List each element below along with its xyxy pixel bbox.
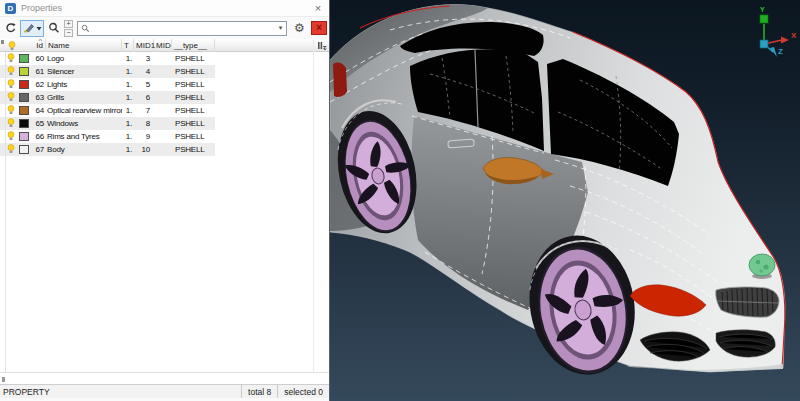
color-swatch[interactable]: [19, 106, 29, 115]
table-row[interactable]: 67Body1.10PSHELL: [0, 143, 215, 156]
cell-id: 67: [30, 145, 46, 154]
header-t[interactable]: T: [122, 39, 134, 52]
cell-id: 64: [30, 106, 46, 115]
scrollbar-nub[interactable]: [2, 377, 5, 382]
color-swatch[interactable]: [19, 54, 29, 63]
application-window: D Properties ×: [0, 0, 800, 401]
cell-mid1: 10: [134, 145, 154, 154]
cell-id: 61: [30, 67, 46, 76]
gear-icon: ⚙: [294, 21, 305, 35]
visibility-toggle[interactable]: [6, 53, 17, 65]
status-selected: selected 0: [277, 385, 329, 398]
visibility-toggle[interactable]: [6, 66, 17, 78]
header-mid[interactable]: MID: [154, 39, 172, 52]
cell-type: PSHELL: [172, 132, 215, 141]
color-cell[interactable]: [17, 119, 30, 128]
combo-chevron-icon[interactable]: ▾: [275, 22, 286, 35]
color-cell[interactable]: [17, 132, 30, 141]
bulb-icon: [7, 144, 15, 154]
titlebar[interactable]: D Properties ×: [0, 0, 329, 17]
color-cell[interactable]: [17, 106, 30, 115]
bulb-icon: [7, 131, 15, 141]
table-row[interactable]: 64Optical rearview mirror1.7PSHELL: [0, 104, 215, 117]
cell-mid1: 5: [134, 80, 154, 89]
color-cell[interactable]: [17, 145, 30, 154]
search-input[interactable]: [90, 23, 275, 34]
bulb-icon: [7, 92, 15, 102]
color-cell[interactable]: [17, 80, 30, 89]
color-swatch[interactable]: [19, 145, 29, 154]
header-id[interactable]: Id ^: [30, 39, 46, 52]
table-row[interactable]: 60Logo1.3PSHELL: [0, 52, 215, 65]
header-color[interactable]: [17, 39, 30, 52]
axis-x-arrow: [781, 37, 789, 44]
highlight-button[interactable]: [20, 20, 44, 37]
color-swatch[interactable]: [19, 93, 29, 102]
header-mid1[interactable]: MID1: [134, 39, 154, 52]
sort-asc-icon: ^: [39, 39, 42, 44]
gutter-mark: [1, 40, 4, 44]
properties-table: Id ^ Name T MID1 MID __type__ 60Logo1.3P: [0, 39, 329, 372]
table-row[interactable]: 66Rims and Tyres1.9PSHELL: [0, 130, 215, 143]
close-icon[interactable]: ×: [310, 2, 326, 15]
settings-button[interactable]: ⚙: [291, 20, 308, 37]
header-name[interactable]: Name: [46, 39, 122, 52]
table-row[interactable]: 61Silencer1.4PSHELL: [0, 65, 215, 78]
cell-type: PSHELL: [172, 93, 215, 102]
cell-type: PSHELL: [172, 119, 215, 128]
visibility-toggle[interactable]: [6, 144, 17, 156]
search-combobox: ▾: [77, 21, 287, 36]
table-row[interactable]: 65Windows1.8PSHELL: [0, 117, 215, 130]
horizontal-scrollbar[interactable]: [0, 372, 329, 384]
cell-mid1: 3: [134, 54, 154, 63]
cell-name: Rims and Tyres: [46, 132, 122, 141]
visibility-toggle[interactable]: [6, 131, 17, 143]
color-cell[interactable]: [17, 93, 30, 102]
visibility-toggle[interactable]: [6, 92, 17, 104]
car-tail-light: [333, 63, 347, 97]
refresh-button[interactable]: [2, 20, 19, 37]
color-swatch[interactable]: [19, 132, 29, 141]
zoom-find-button[interactable]: [45, 20, 62, 37]
cell-name: Windows: [46, 119, 122, 128]
header-type[interactable]: __type__: [172, 39, 215, 52]
cell-type: PSHELL: [172, 145, 215, 154]
visibility-toggle[interactable]: [6, 118, 17, 130]
cell-type: PSHELL: [172, 80, 215, 89]
cell-t: 1.: [122, 132, 134, 141]
table-header[interactable]: Id ^ Name T MID1 MID __type__: [0, 39, 329, 52]
visibility-toggle[interactable]: [6, 79, 17, 91]
cell-name: Silencer: [46, 67, 122, 76]
cell-type: PSHELL: [172, 67, 215, 76]
red-close-icon: ×: [316, 22, 322, 33]
color-swatch[interactable]: [19, 119, 29, 128]
color-cell[interactable]: [17, 54, 30, 63]
spinner-minus-button[interactable]: −: [64, 29, 73, 37]
cell-id: 62: [30, 80, 46, 89]
cell-t: 1.: [122, 145, 134, 154]
statusbar: PROPERTY total 8 selected 0: [0, 384, 329, 398]
cell-name: Logo: [46, 54, 122, 63]
cell-mid1: 4: [134, 67, 154, 76]
header-visibility[interactable]: [6, 39, 17, 52]
cell-id: 63: [30, 93, 46, 102]
spinner-plus-button[interactable]: +: [64, 20, 73, 28]
column-filter-button[interactable]: [313, 39, 329, 52]
axis-z-arrow: [770, 47, 777, 57]
cell-t: 1.: [122, 80, 134, 89]
bulb-icon: [7, 53, 15, 63]
color-swatch[interactable]: [19, 80, 29, 89]
table-row[interactable]: 63Grills1.6PSHELL: [0, 91, 215, 104]
color-cell[interactable]: [17, 67, 30, 76]
cell-mid1: 8: [134, 119, 154, 128]
color-swatch[interactable]: [19, 67, 29, 76]
axis-z-label: Z: [778, 47, 783, 56]
remove-filter-button[interactable]: ×: [311, 21, 327, 35]
viewport-3d[interactable]: Y X Z: [330, 0, 800, 401]
cell-name: Grills: [46, 93, 122, 102]
cell-name: Optical rearview mirror: [46, 106, 122, 115]
visibility-toggle[interactable]: [6, 105, 17, 117]
properties-window: D Properties ×: [0, 0, 330, 401]
cell-t: 1.: [122, 93, 134, 102]
table-row[interactable]: 62Lights1.5PSHELL: [0, 78, 215, 91]
